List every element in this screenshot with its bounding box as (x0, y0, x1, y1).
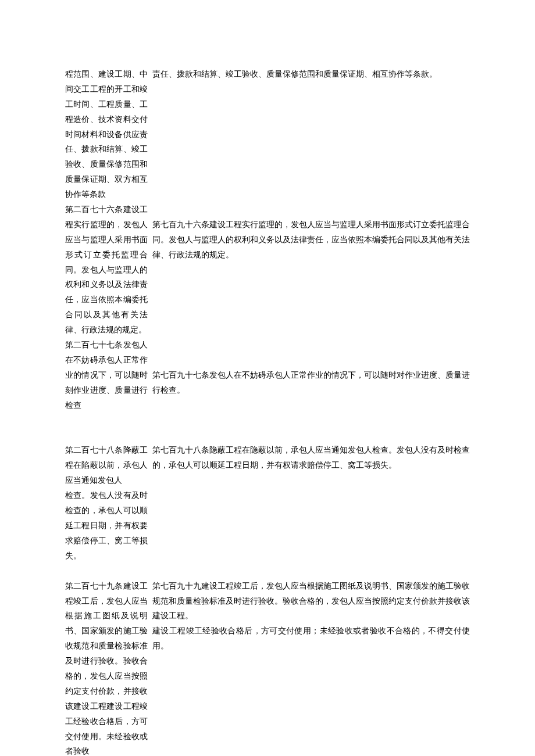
left-column-text: 检查。发包人没有及时检查的，承包人可以顺延工程日期，并有权要求赔偿停工、窝工等损… (65, 488, 148, 563)
page-content: 程范围、建设工期、中间交工工程的开工和竣工时间、工程质量、工程造价、技术资料交付… (0, 0, 535, 756)
article-row: 第二百七十七条发包人在不妨碍承包人正常作业的情况下，可以随时刻作业进度、质量进行… (65, 338, 470, 413)
article-row: 程范围、建设工期、中间交工工程的开工和竣工时间、工程质量、工程造价、技术资料交付… (65, 67, 470, 202)
article-row: 检查。发包人没有及时检查的，承包人可以顺延工程日期，并有权要求赔偿停工、窝工等损… (65, 488, 470, 563)
right-column-text: 第七百九十七条发包人在不妨碍承包人正常作业的情况下，可以随时对作业进度、质量进行… (148, 338, 470, 398)
right-column-text: 责任、拨款和结算、竣工验收、质量保修范围和质量保证期、相互协作等条款。 (148, 67, 470, 82)
right-column-text: 第七百九十六条建设工程实行监理的，发包人应当与监理人采用书面形式订立委托监理合同… (148, 202, 470, 263)
spacer (65, 564, 470, 579)
right-column-text: 第七百九十八条隐蔽工程在隐蔽以前，承包人应当通知发包人检查。发包人没有及时检查的… (148, 443, 470, 473)
left-column-text: 第二百七十九条建设工程竣工后，发包人应当根据施工图纸及说明书、国家颁发的施工验收… (65, 579, 148, 756)
article-row: 第二百七十九条建设工程竣工后，发包人应当根据施工图纸及说明书、国家颁发的施工验收… (65, 579, 470, 756)
left-column-text: 第二百七十六条建设工程实行监理的，发包人应当与监理人采用书面形式订立委托监理合同… (65, 202, 148, 338)
spacer (65, 413, 470, 443)
left-column-text: 第二百七十七条发包人在不妨碍承包人正常作业的情况下，可以随时刻作业进度、质量进行… (65, 338, 148, 413)
left-column-text: 程范围、建设工期、中间交工工程的开工和竣工时间、工程质量、工程造价、技术资料交付… (65, 67, 148, 202)
left-column-text: 第二百七十八条降蔽工程在陷蔽以前，承包人应当通知发包人 (65, 443, 148, 488)
article-row: 第二百七十六条建设工程实行监理的，发包人应当与监理人采用书面形式订立委托监理合同… (65, 202, 470, 338)
article-row: 第二百七十八条降蔽工程在陷蔽以前，承包人应当通知发包人 第七百九十八条隐蔽工程在… (65, 443, 470, 488)
right-column-text: 第七百九十九建设工程竣工后，发包人应当根据施工图纸及说明书、国家颁发的施工验收规… (148, 579, 470, 654)
